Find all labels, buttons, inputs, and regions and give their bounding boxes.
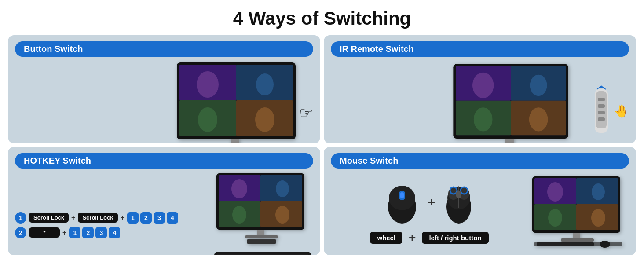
num-key-8: 4 xyxy=(109,227,120,238)
hotkey-row-2: 2 * + 1 2 3 4 xyxy=(15,227,208,238)
svg-point-25 xyxy=(472,73,494,98)
mouse-icons: + xyxy=(382,178,476,227)
num-key-2: 2 xyxy=(140,212,152,224)
hotkey-row-1: 1 Scroll Lock + Scroll Lock + 1 2 3 4 xyxy=(15,212,208,224)
scroll-lock-key-2: Scroll Lock xyxy=(78,213,117,223)
plus-1: + xyxy=(71,214,75,222)
num-key-5: 1 xyxy=(69,227,80,238)
svg-point-109 xyxy=(591,209,605,227)
svg-rect-99 xyxy=(456,191,461,198)
button-switch-monitor xyxy=(168,60,309,143)
num-keys-1: 1 2 3 4 xyxy=(127,212,178,224)
svg-rect-58 xyxy=(216,254,309,255)
scroll-lock-key-1: Scroll Lock xyxy=(29,213,69,223)
plus-3: + xyxy=(62,229,66,237)
mouse-switch-visuals xyxy=(528,175,629,248)
ir-remote-content: 🤚 xyxy=(331,60,629,143)
button-label: left / right button xyxy=(422,232,488,244)
svg-rect-39 xyxy=(596,91,607,128)
button-switch-card: Button Switch xyxy=(8,35,320,143)
num-keys-2: 1 2 3 4 xyxy=(69,227,120,238)
svg-point-114 xyxy=(600,241,610,248)
hotkey-instructions: 1 Scroll Lock + Scroll Lock + 1 2 3 4 2 … xyxy=(15,212,212,238)
svg-rect-40 xyxy=(598,98,605,101)
plus-2: + xyxy=(121,214,124,222)
page-title: 4 Ways of Switching xyxy=(0,0,644,35)
label-plus: + xyxy=(409,231,416,245)
svg-point-8 xyxy=(198,107,217,132)
num-key-6: 2 xyxy=(82,227,94,238)
ir-remote-label: IR Remote Switch xyxy=(331,41,629,57)
svg-point-51 xyxy=(276,180,289,197)
svg-rect-43 xyxy=(598,117,605,121)
button-switch-label: Button Switch xyxy=(15,41,313,57)
svg-rect-10 xyxy=(231,139,239,143)
svg-point-6 xyxy=(197,71,219,98)
hotkey-circle-2: 2 xyxy=(15,227,26,238)
mouse-switch-label: Mouse Switch xyxy=(331,153,629,169)
button-switch-content: ☞ xyxy=(15,60,313,143)
hotkey-label: HOTKEY Switch xyxy=(15,153,313,169)
svg-rect-110 xyxy=(573,233,580,239)
mouse-labels: wheel + left / right button xyxy=(370,231,488,245)
num-key-7: 3 xyxy=(95,227,107,238)
num-key-1: 1 xyxy=(127,212,139,224)
svg-rect-55 xyxy=(245,235,278,238)
mouse-switch-monitor xyxy=(528,175,629,248)
main-grid: Button Switch xyxy=(0,35,644,260)
svg-point-7 xyxy=(256,73,274,95)
num-key-4: 4 xyxy=(167,212,178,224)
svg-point-52 xyxy=(232,206,246,224)
hotkey-visuals xyxy=(212,172,313,255)
num-key-3: 3 xyxy=(154,212,165,224)
mouse-buttons-icon xyxy=(441,178,476,227)
hand-remote-icon: 🤚 xyxy=(614,104,629,118)
hotkey-keyboard xyxy=(214,248,311,255)
hotkey-circle-1: 1 xyxy=(15,212,26,224)
wheel-label: wheel xyxy=(370,232,402,244)
hotkey-card: HOTKEY Switch 1 Scroll Lock + Scroll Loc… xyxy=(8,147,320,255)
svg-point-26 xyxy=(530,75,547,96)
svg-rect-113 xyxy=(537,242,594,246)
svg-point-9 xyxy=(255,107,274,132)
mouse-plus: + xyxy=(428,195,435,209)
svg-rect-41 xyxy=(598,104,605,108)
mouse-wheel-icon xyxy=(382,178,422,227)
svg-rect-56 xyxy=(247,239,276,244)
svg-rect-42 xyxy=(598,111,605,114)
mouse-switch-content: + xyxy=(331,172,629,251)
svg-point-107 xyxy=(592,183,605,200)
svg-point-50 xyxy=(231,179,247,198)
mouse-illustrations: + xyxy=(331,178,528,245)
svg-point-108 xyxy=(548,209,562,227)
ir-remote-monitor xyxy=(445,60,581,143)
svg-rect-29 xyxy=(505,139,514,143)
svg-point-28 xyxy=(529,107,548,131)
svg-rect-54 xyxy=(257,230,264,236)
hotkey-content: 1 Scroll Lock + Scroll Lock + 1 2 3 4 2 … xyxy=(15,172,313,255)
svg-point-106 xyxy=(547,182,563,202)
star-key: * xyxy=(29,227,60,238)
svg-rect-91 xyxy=(400,192,404,198)
svg-rect-111 xyxy=(561,238,594,242)
svg-point-53 xyxy=(275,206,289,224)
ir-remote-card: IR Remote Switch xyxy=(324,35,636,143)
mouse-switch-card: Mouse Switch + xyxy=(324,147,636,255)
ir-remote-icon xyxy=(588,84,615,137)
svg-point-27 xyxy=(474,107,493,131)
hotkey-monitor xyxy=(212,172,313,245)
